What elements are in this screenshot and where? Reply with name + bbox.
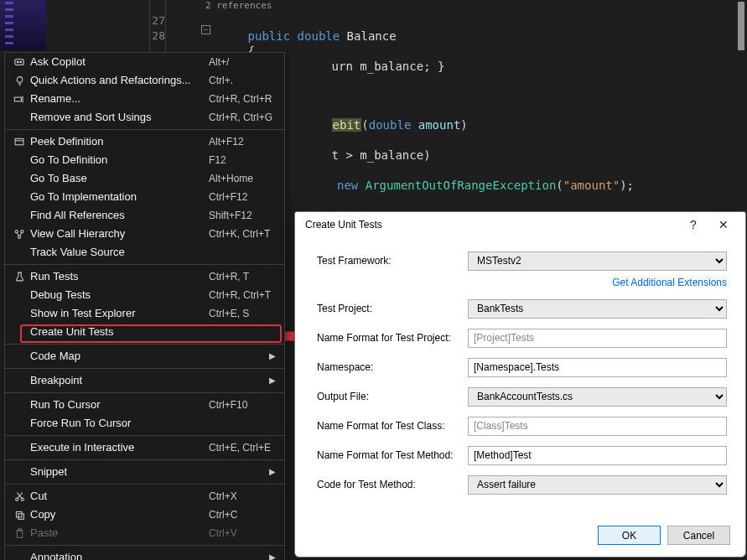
- menu-copy[interactable]: Copy Ctrl+C: [5, 506, 284, 524]
- label-namespace: Namespace:: [317, 361, 468, 373]
- chevron-right-icon: ▶: [269, 463, 276, 481]
- menu-separator: [5, 484, 284, 485]
- dialog-title: Create Unit Tests: [305, 219, 678, 231]
- menu-go-impl[interactable]: Go To Implementation Ctrl+F12: [5, 188, 284, 206]
- code-token: public: [248, 29, 291, 43]
- input-method-name-format[interactable]: [468, 446, 727, 465]
- menu-track-value[interactable]: Track Value Source: [5, 243, 284, 262]
- svg-point-3: [17, 76, 23, 82]
- input-project-name-format[interactable]: [468, 329, 727, 348]
- menu-separator: [5, 344, 284, 345]
- select-output-file[interactable]: BankAccountTests.cs: [468, 387, 727, 407]
- menu-shortcut: F12: [209, 151, 276, 169]
- menu-find-refs[interactable]: Find All References Shift+F12: [5, 206, 284, 225]
- menu-run-to-cursor[interactable]: Run To Cursor Ctrl+F10: [5, 396, 284, 414]
- cancel-button[interactable]: Cancel: [667, 526, 730, 545]
- rename-icon: [10, 94, 29, 105]
- menu-label: View Call Hierarchy: [29, 225, 209, 243]
- line-number: 28: [105, 29, 180, 44]
- menu-shortcut: Ctrl+V: [209, 524, 276, 542]
- menu-label: Snippet: [29, 463, 269, 481]
- menu-go-definition[interactable]: Go To Definition F12: [5, 151, 284, 169]
- code-token: ): [460, 118, 467, 132]
- menu-cut[interactable]: Cut Ctrl+X: [5, 487, 284, 506]
- close-button[interactable]: ✕: [708, 213, 739, 236]
- menu-label: Run Tests: [29, 267, 209, 286]
- menu-debug-tests[interactable]: Debug Tests Ctrl+R, Ctrl+T: [5, 286, 284, 304]
- dialog-body: Test Framework: MSTestv2 Get Additional …: [295, 237, 745, 496]
- menu-shortcut: Ctrl+E, S: [209, 304, 276, 323]
- codelens-refs[interactable]: 2 references: [205, 0, 747, 13]
- menu-label: Code Map: [29, 347, 269, 366]
- menu-shortcut: Ctrl+X: [209, 487, 276, 506]
- chevron-right-icon: ▶: [269, 371, 276, 390]
- menu-breakpoint[interactable]: Breakpoint ▶: [5, 371, 284, 390]
- dialog-button-bar: OK Cancel: [598, 526, 730, 545]
- code-token: [340, 29, 346, 43]
- menu-annotation[interactable]: Annotation ▶: [5, 548, 284, 560]
- menu-label: Execute in Interactive: [29, 438, 209, 457]
- menu-snippet[interactable]: Snippet ▶: [5, 463, 284, 481]
- menu-shortcut: Ctrl+R, Ctrl+T: [209, 286, 276, 304]
- menu-label: Annotation: [29, 548, 269, 560]
- code-content[interactable]: 2 references public double Balance { urn…: [205, 0, 747, 218]
- menu-label: Quick Actions and Refactorings...: [29, 71, 209, 90]
- menu-label: Ask Copilot: [29, 53, 209, 71]
- menu-label: Go To Definition: [29, 151, 209, 169]
- menu-show-test-explorer[interactable]: Show in Test Explorer Ctrl+E, S: [5, 304, 284, 323]
- svg-point-6: [15, 230, 18, 232]
- select-code-for-method[interactable]: Assert failure: [468, 475, 727, 495]
- code-token: urn: [332, 60, 361, 73]
- menu-label: Track Value Source: [29, 243, 209, 262]
- menu-label: Go To Base: [29, 169, 209, 188]
- menu-shortcut: Ctrl+R, T: [209, 267, 276, 286]
- label-project-name-format: Name Format for Test Project:: [317, 332, 468, 344]
- svg-point-9: [15, 498, 18, 500]
- menu-call-hierarchy[interactable]: View Call Hierarchy Ctrl+K, Ctrl+T: [5, 225, 284, 243]
- code-token: ): [423, 148, 430, 162]
- menu-separator: [5, 368, 284, 369]
- label-code-for-method: Code for Test Method:: [317, 479, 468, 490]
- menu-shortcut: Ctrl+C: [209, 506, 276, 524]
- menu-shortcut: Ctrl+F12: [209, 188, 276, 206]
- menu-quick-actions[interactable]: Quick Actions and Refactorings... Ctrl+.: [5, 71, 284, 90]
- ok-button[interactable]: OK: [598, 526, 661, 545]
- menu-rename[interactable]: Rename... Ctrl+R, Ctrl+R: [5, 90, 284, 108]
- label-output-file: Output File:: [317, 391, 468, 402]
- menu-label: Create Unit Tests: [29, 323, 209, 341]
- menu-separator: [5, 392, 284, 393]
- menu-label: Find All References: [29, 206, 209, 225]
- menu-label: Peek Definition: [29, 132, 209, 151]
- select-test-project[interactable]: BankTests: [468, 299, 727, 319]
- code-token: m_balance: [360, 60, 423, 73]
- help-button[interactable]: ?: [678, 213, 708, 236]
- menu-force-run-to-cursor[interactable]: Force Run To Cursor: [5, 414, 284, 433]
- menu-remove-usings[interactable]: Remove and Sort Usings Ctrl+R, Ctrl+G: [5, 108, 284, 127]
- code-token: ArgumentOutOfRangeException: [366, 179, 557, 192]
- copilot-icon: [10, 56, 29, 68]
- menu-run-tests[interactable]: Run Tests Ctrl+R, T: [5, 267, 284, 286]
- menu-shortcut: Ctrl+R, Ctrl+R: [209, 90, 276, 108]
- menu-label: Cut: [29, 487, 209, 506]
- menu-ask-copilot[interactable]: Ask Copilot Alt+/: [5, 53, 284, 71]
- menu-code-map[interactable]: Code Map ▶: [5, 347, 284, 366]
- select-test-framework[interactable]: MSTestv2: [468, 251, 727, 271]
- link-get-extensions[interactable]: Get Additional Extensions: [612, 277, 727, 288]
- menu-separator: [5, 459, 284, 460]
- input-namespace[interactable]: [468, 358, 727, 377]
- menu-peek-definition[interactable]: Peek Definition Alt+F12: [5, 132, 284, 151]
- menu-execute-interactive[interactable]: Execute in Interactive Ctrl+E, Ctrl+E: [5, 438, 284, 457]
- svg-rect-12: [18, 513, 23, 519]
- chevron-right-icon: ▶: [269, 548, 276, 560]
- menu-go-base[interactable]: Go To Base Alt+Home: [5, 169, 284, 188]
- code-token: ebit: [332, 118, 362, 132]
- svg-rect-11: [16, 511, 22, 517]
- code-token: t >: [332, 148, 361, 162]
- menu-shortcut: Ctrl+R, Ctrl+G: [209, 108, 276, 127]
- menu-shortcut: Ctrl+E, Ctrl+E: [209, 438, 276, 457]
- menu-create-unit-tests[interactable]: Create Unit Tests: [5, 323, 284, 341]
- menu-label: Run To Cursor: [29, 396, 209, 414]
- input-class-name-format[interactable]: [468, 417, 727, 436]
- code-token: new: [330, 179, 366, 192]
- code-token: Balance: [347, 29, 397, 43]
